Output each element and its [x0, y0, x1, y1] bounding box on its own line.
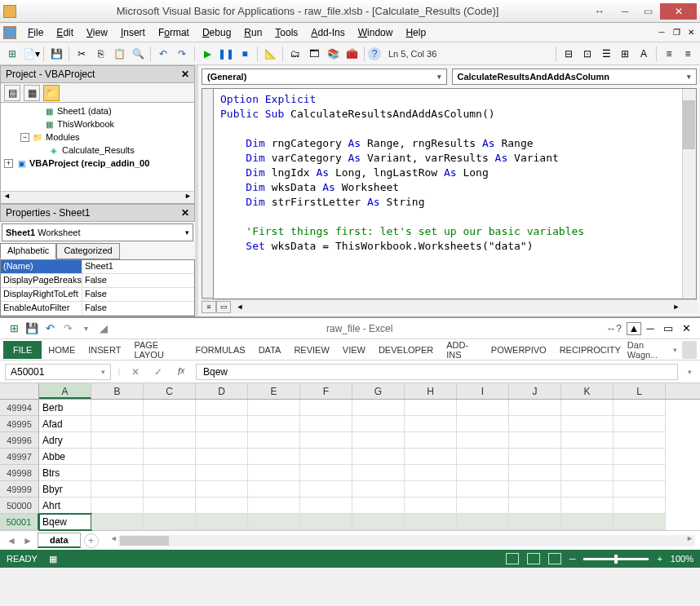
row-header[interactable]: 50000 [0, 498, 39, 514]
cell[interactable] [457, 400, 509, 416]
excel-close-button[interactable]: ✕ [677, 320, 695, 338]
cell[interactable] [300, 481, 352, 498]
cell[interactable] [561, 432, 614, 449]
row-header[interactable]: 49999 [0, 481, 39, 498]
table-row[interactable]: 49994Berb [0, 400, 700, 416]
cell[interactable] [457, 514, 509, 530]
cell[interactable] [91, 400, 144, 416]
tab-review[interactable]: REVIEW [287, 342, 335, 358]
break-button[interactable]: ❚❚ [217, 45, 235, 63]
cell[interactable] [561, 514, 614, 530]
cell[interactable] [144, 400, 196, 416]
tab-categorized[interactable]: Categorized [56, 243, 119, 259]
cell[interactable] [457, 481, 509, 498]
menu-view[interactable]: View [80, 25, 114, 40]
cell[interactable] [352, 498, 405, 514]
margin-indicator-bar[interactable] [202, 88, 213, 299]
cell[interactable] [614, 498, 666, 514]
cell[interactable] [91, 449, 144, 465]
row-header[interactable]: 50001 [0, 514, 39, 530]
formula-expand-icon[interactable]: ▾ [684, 368, 695, 376]
cell[interactable] [196, 432, 248, 449]
cell[interactable] [405, 449, 457, 465]
cell[interactable] [248, 449, 300, 465]
cell[interactable] [614, 465, 666, 481]
tree-thiswb[interactable]: ThisWorkbook [57, 119, 114, 129]
cell[interactable] [144, 514, 196, 530]
cell[interactable] [561, 465, 614, 481]
edit-tb-1[interactable]: ⊟ [560, 45, 578, 63]
code-proc-combo[interactable]: CalculateResultsAndAddAsColumn▾ [452, 69, 698, 85]
properties-panel-close-icon[interactable]: ✕ [181, 207, 189, 219]
zoom-out-button[interactable]: ─ [569, 554, 576, 564]
tab-scroll-left-icon[interactable]: ◄ [5, 535, 18, 546]
undo-button[interactable]: ↶ [154, 45, 172, 63]
tab-addins[interactable]: ADD-INS [440, 337, 485, 363]
table-row[interactable]: 49996Adry [0, 432, 700, 449]
edit-tb-5[interactable]: A [635, 45, 653, 63]
maximize-button[interactable]: ▭ [637, 3, 658, 20]
cell[interactable] [196, 400, 248, 416]
col-header[interactable]: C [144, 383, 196, 399]
cell[interactable] [561, 481, 614, 498]
zoom-level[interactable]: 100% [671, 554, 693, 564]
col-header[interactable]: B [91, 383, 144, 399]
cell[interactable] [509, 416, 561, 432]
cell[interactable] [509, 449, 561, 465]
excel-minimize-button[interactable]: ─ [641, 320, 659, 338]
tab-alphabetic[interactable]: Alphabetic [0, 243, 56, 259]
prop-val[interactable]: False [82, 288, 109, 301]
tab-formulas[interactable]: FORMULAS [189, 342, 252, 358]
cell[interactable] [509, 465, 561, 481]
view-code-button[interactable]: ▤ [4, 85, 20, 101]
cell[interactable] [405, 498, 457, 514]
avatar[interactable] [682, 341, 697, 359]
cell[interactable] [352, 465, 405, 481]
tree-addin[interactable]: VBAProject (recip_addin_00 [29, 158, 149, 168]
paste-button[interactable]: 📋 [110, 45, 128, 63]
cell[interactable] [196, 416, 248, 432]
cell[interactable] [561, 449, 614, 465]
ribbon-display-button[interactable]: ▲ [627, 322, 641, 335]
cell[interactable]: Btrs [39, 465, 91, 481]
tree-scroll-left[interactable]: ◄ [1, 192, 13, 203]
tree-sheet1[interactable]: Sheet1 (data) [57, 106, 112, 116]
object-browser-button[interactable]: 📚 [324, 45, 342, 63]
table-row[interactable]: 49999Bbyr [0, 481, 700, 498]
cell[interactable] [196, 498, 248, 514]
cell[interactable] [248, 465, 300, 481]
pagebreak-view-icon[interactable] [548, 553, 561, 564]
collapse-icon[interactable]: − [20, 133, 29, 142]
cell[interactable] [91, 498, 144, 514]
indent-button[interactable]: ≡ [660, 45, 678, 63]
cancel-icon[interactable]: ✕ [127, 366, 144, 378]
cell[interactable] [248, 498, 300, 514]
menu-addins[interactable]: Add-Ins [304, 25, 351, 40]
cell[interactable] [509, 481, 561, 498]
cell[interactable] [614, 481, 666, 498]
table-row[interactable]: 49995Afad [0, 416, 700, 432]
run-button[interactable]: ▶ [198, 45, 216, 63]
cell[interactable] [91, 514, 144, 530]
cell[interactable] [144, 481, 196, 498]
procedure-view-button[interactable]: ≡ [202, 301, 216, 313]
tab-home[interactable]: HOME [42, 342, 82, 358]
col-header[interactable]: H [405, 383, 457, 399]
cell[interactable] [300, 449, 352, 465]
cell[interactable] [91, 416, 144, 432]
cell[interactable] [144, 498, 196, 514]
fx-icon[interactable]: fx [173, 366, 189, 378]
resize-grip-icon[interactable] [685, 301, 697, 312]
cell[interactable]: Abbe [39, 449, 91, 465]
cell[interactable] [248, 432, 300, 449]
menu-format[interactable]: Format [152, 25, 196, 40]
cell[interactable] [561, 416, 614, 432]
cell[interactable] [352, 449, 405, 465]
cell[interactable] [405, 416, 457, 432]
menu-edit[interactable]: Edit [50, 25, 80, 40]
col-header[interactable]: F [300, 383, 352, 399]
cell[interactable] [300, 432, 352, 449]
cell[interactable] [405, 465, 457, 481]
col-header[interactable]: A [39, 383, 91, 399]
tab-view[interactable]: VIEW [336, 342, 372, 358]
